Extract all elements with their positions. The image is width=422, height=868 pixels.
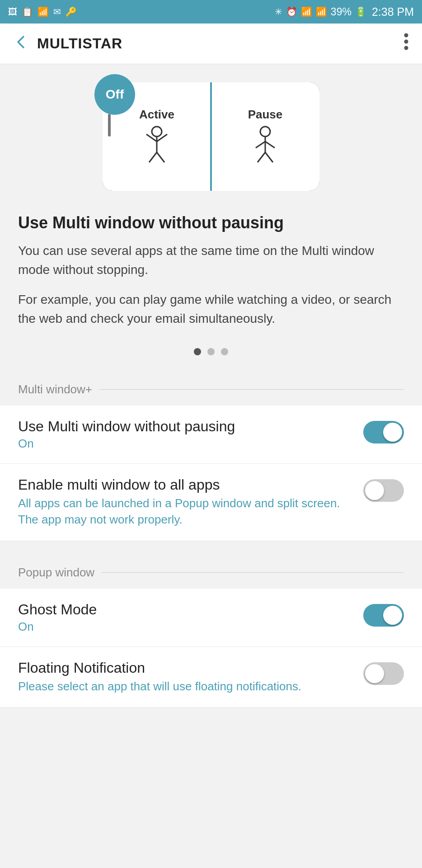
description-paragraph-1: You can use several apps at the same tim… <box>18 241 404 279</box>
popup-window-section-header: Popup window <box>0 552 422 589</box>
svg-line-13 <box>258 152 265 162</box>
illustration-area: Off Active Pause <box>0 64 422 200</box>
svg-line-7 <box>149 152 157 162</box>
phone-side-button <box>108 114 111 137</box>
svg-point-9 <box>260 127 270 137</box>
svg-line-5 <box>146 134 157 142</box>
svg-point-2 <box>404 46 408 50</box>
floating-notification-desc: Please select an app that will use float… <box>18 678 354 694</box>
wifi-signal-icon: 📶 <box>38 6 49 17</box>
description-area: Use Multi window without pausing You can… <box>0 200 422 344</box>
ghost-mode-toggle[interactable] <box>363 604 404 627</box>
status-bar: 🖼 📋 📶 ✉ 🔑 ✳ ⏰ 📶 📶 39% 🔋 2:38 PM <box>0 0 422 24</box>
floating-notification-content: Floating Notification Please select an a… <box>18 660 354 694</box>
dot-3 <box>221 348 228 355</box>
ghost-mode-title: Ghost Mode <box>18 601 354 618</box>
description-paragraph-2: For example, you can play game while wat… <box>18 290 404 328</box>
alarm-icon: ⏰ <box>286 6 297 17</box>
floating-notification-item: Floating Notification Please select an a… <box>0 647 422 708</box>
enable-multi-window-title: Enable multi window to all apps <box>18 476 354 493</box>
svg-line-11 <box>256 142 265 148</box>
signal-icon: 📶 <box>316 6 327 17</box>
dot-1 <box>194 348 201 355</box>
svg-line-6 <box>157 134 167 142</box>
enable-multi-window-item: Enable multi window to all apps All apps… <box>0 464 422 541</box>
key-icon: 🔑 <box>66 6 77 17</box>
svg-line-8 <box>157 152 164 162</box>
ghost-mode-status: On <box>18 620 354 634</box>
use-multi-window-toggle-knob <box>383 423 402 442</box>
floating-notification-toggle-knob <box>365 664 384 683</box>
section-divider-line <box>99 389 404 390</box>
svg-point-0 <box>404 33 408 38</box>
pause-stick-figure <box>249 125 281 166</box>
pause-label: Pause <box>248 108 283 122</box>
dots-indicator <box>0 344 422 369</box>
page-title: MULTISTAR <box>37 35 399 52</box>
phone-right-panel: Pause <box>211 82 319 191</box>
phone-illustration: Active Pause <box>103 82 319 191</box>
use-multi-window-content: Use Multi window without pausing On <box>18 418 354 451</box>
popup-window-section-title: Popup window <box>18 566 94 580</box>
image-icon: 🖼 <box>8 7 17 17</box>
use-multi-window-item: Use Multi window without pausing On <box>0 406 422 464</box>
back-button[interactable] <box>9 30 33 58</box>
wifi-icon: 📶 <box>301 6 312 17</box>
section-separator-1 <box>0 541 422 552</box>
svg-point-1 <box>404 40 408 44</box>
phone-divider <box>210 82 212 191</box>
battery-icon: 🔋 <box>355 6 366 17</box>
top-app-bar: MULTISTAR <box>0 24 422 64</box>
floating-notification-title: Floating Notification <box>18 660 354 676</box>
enable-multi-window-toggle-knob <box>365 481 384 500</box>
multi-window-section-header: Multi window+ <box>0 369 422 406</box>
svg-line-14 <box>265 152 273 162</box>
status-bar-right-icons: ✳ ⏰ 📶 📶 39% 🔋 2:38 PM <box>275 5 414 19</box>
ghost-mode-toggle-knob <box>383 606 402 625</box>
bluetooth-icon: ✳ <box>275 6 282 17</box>
more-options-button[interactable] <box>399 28 413 60</box>
active-stick-figure <box>141 125 173 166</box>
dot-2 <box>207 348 215 355</box>
section-divider-line-2 <box>102 572 404 573</box>
status-bar-left-icons: 🖼 📋 📶 ✉ 🔑 <box>8 6 77 17</box>
active-label: Active <box>139 108 174 122</box>
mail-icon: ✉ <box>53 6 61 17</box>
enable-multi-window-toggle[interactable] <box>363 479 404 502</box>
clipboard-icon: 📋 <box>22 6 33 17</box>
multi-window-section-title: Multi window+ <box>18 382 92 396</box>
status-time: 2:38 PM <box>372 5 414 19</box>
svg-point-3 <box>152 127 162 137</box>
use-multi-window-title: Use Multi window without pausing <box>18 418 354 435</box>
ghost-mode-item: Ghost Mode On <box>0 589 422 647</box>
svg-line-12 <box>265 142 275 148</box>
off-badge: Off <box>94 74 135 115</box>
use-multi-window-status: On <box>18 437 354 451</box>
ghost-mode-content: Ghost Mode On <box>18 601 354 634</box>
battery-percentage: 39% <box>331 6 352 18</box>
enable-multi-window-desc: All apps can be launched in a Popup wind… <box>18 495 354 528</box>
enable-multi-window-content: Enable multi window to all apps All apps… <box>18 476 354 528</box>
floating-notification-toggle[interactable] <box>363 662 404 685</box>
use-multi-window-toggle[interactable] <box>363 421 404 443</box>
main-title: Use Multi window without pausing <box>18 213 404 232</box>
